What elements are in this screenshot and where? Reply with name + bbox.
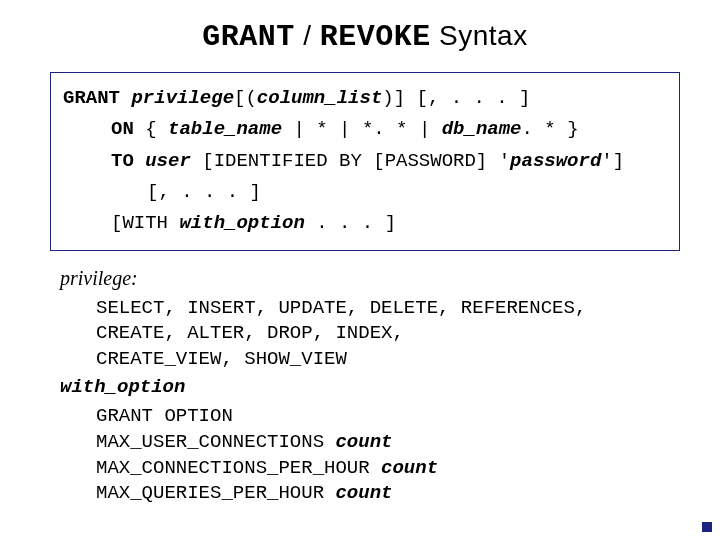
privilege-header: privilege:	[60, 265, 680, 292]
slide-title: GRANT / REVOKE Syntax	[50, 20, 680, 54]
title-sep: /	[295, 20, 320, 51]
slide-canvas: GRANT / REVOKE Syntax GRANT privilege[(c…	[0, 0, 720, 540]
with-option-1: GRANT OPTION	[60, 404, 680, 430]
with-option-4: MAX_QUERIES_PER_HOUR count	[60, 481, 680, 507]
with-option-header: with_option	[60, 375, 680, 401]
corner-square-icon	[702, 522, 712, 532]
syntax-line-4: [, . . . ]	[63, 177, 669, 208]
syntax-line-1: GRANT privilege[(column_list)] [, . . . …	[63, 83, 669, 114]
definitions-block: privilege: SELECT, INSERT, UPDATE, DELET…	[50, 265, 680, 507]
syntax-line-5: [WITH with_option . . . ]	[63, 208, 669, 239]
syntax-line-2: ON { table_name | * | *. * | db_name. * …	[63, 114, 669, 145]
privilege-list-2: CREATE, ALTER, DROP, INDEX,	[60, 321, 680, 347]
title-code-grant: GRANT	[202, 20, 295, 54]
syntax-line-3: TO user [IDENTIFIED BY [PASSWORD] 'passw…	[63, 146, 669, 177]
privilege-list-1: SELECT, INSERT, UPDATE, DELETE, REFERENC…	[60, 296, 680, 322]
title-code-revoke: REVOKE	[320, 20, 431, 54]
with-option-3: MAX_CONNECTIONS_PER_HOUR count	[60, 456, 680, 482]
with-option-2: MAX_USER_CONNECTIONS count	[60, 430, 680, 456]
syntax-box: GRANT privilege[(column_list)] [, . . . …	[50, 72, 680, 251]
title-tail: Syntax	[431, 20, 528, 51]
privilege-list-3: CREATE_VIEW, SHOW_VIEW	[60, 347, 680, 373]
